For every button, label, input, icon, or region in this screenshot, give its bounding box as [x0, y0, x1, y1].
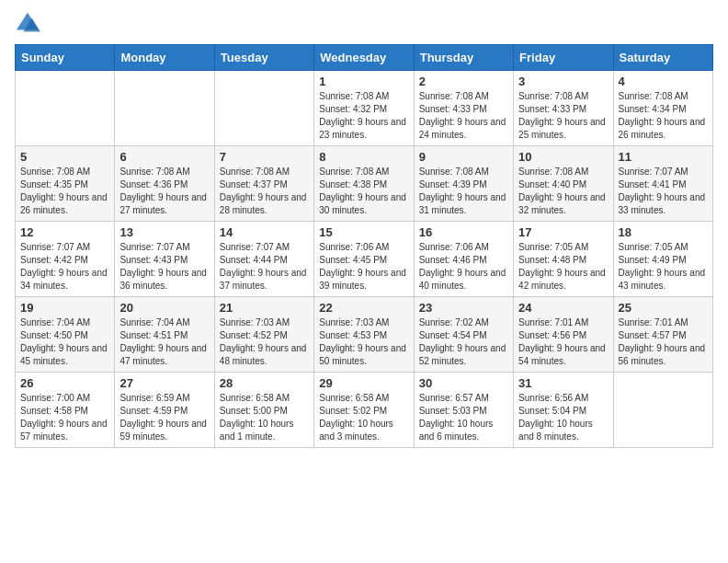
day-info: Sunrise: 7:06 AMSunset: 4:46 PMDaylight:… [419, 241, 508, 293]
calendar-cell: 23Sunrise: 7:02 AMSunset: 4:54 PMDayligh… [414, 297, 513, 373]
calendar-cell [214, 71, 313, 146]
day-number: 6 [119, 150, 209, 164]
day-info: Sunrise: 6:58 AMSunset: 5:00 PMDaylight:… [220, 392, 309, 443]
day-info: Sunrise: 7:07 AMSunset: 4:42 PMDaylight:… [20, 241, 109, 293]
calendar-week-row: 1Sunrise: 7:08 AMSunset: 4:32 PMDaylight… [16, 71, 713, 146]
day-info: Sunrise: 7:08 AMSunset: 4:33 PMDaylight:… [518, 90, 608, 142]
calendar-cell: 8Sunrise: 7:08 AMSunset: 4:38 PMDaylight… [314, 146, 414, 222]
day-number: 1 [319, 75, 408, 88]
day-number: 11 [619, 150, 708, 164]
weekday-header-row: SundayMondayTuesdayWednesdayThursdayFrid… [16, 45, 713, 71]
day-info: Sunrise: 7:00 AMSunset: 4:58 PMDaylight:… [20, 392, 109, 443]
day-number: 25 [619, 301, 708, 315]
calendar-cell: 18Sunrise: 7:05 AMSunset: 4:49 PMDayligh… [613, 222, 712, 297]
calendar-cell: 5Sunrise: 7:08 AMSunset: 4:35 PMDaylight… [16, 146, 115, 222]
calendar-cell: 16Sunrise: 7:06 AMSunset: 4:46 PMDayligh… [414, 222, 513, 297]
day-number: 31 [518, 376, 608, 390]
calendar-cell: 28Sunrise: 6:58 AMSunset: 5:00 PMDayligh… [214, 373, 313, 448]
day-number: 26 [20, 376, 109, 390]
calendar-cell: 6Sunrise: 7:08 AMSunset: 4:36 PMDaylight… [115, 146, 214, 222]
day-info: Sunrise: 7:08 AMSunset: 4:36 PMDaylight:… [119, 166, 209, 217]
weekday-header: Monday [115, 45, 214, 71]
calendar-cell: 4Sunrise: 7:08 AMSunset: 4:34 PMDaylight… [613, 71, 712, 146]
calendar-cell: 2Sunrise: 7:08 AMSunset: 4:33 PMDaylight… [414, 71, 513, 146]
day-info: Sunrise: 7:01 AMSunset: 4:57 PMDaylight:… [619, 316, 708, 368]
day-info: Sunrise: 7:02 AMSunset: 4:54 PMDaylight:… [419, 316, 508, 368]
day-info: Sunrise: 7:04 AMSunset: 4:50 PMDaylight:… [20, 316, 109, 368]
day-info: Sunrise: 7:04 AMSunset: 4:51 PMDaylight:… [119, 316, 209, 368]
header [15, 11, 713, 37]
page: SundayMondayTuesdayWednesdayThursdayFrid… [0, 0, 728, 563]
day-info: Sunrise: 7:08 AMSunset: 4:37 PMDaylight:… [220, 166, 309, 217]
calendar-cell: 10Sunrise: 7:08 AMSunset: 4:40 PMDayligh… [514, 146, 613, 222]
calendar-cell [613, 373, 712, 448]
day-number: 2 [419, 75, 508, 88]
day-info: Sunrise: 7:07 AMSunset: 4:44 PMDaylight:… [220, 241, 309, 293]
day-number: 19 [20, 301, 109, 315]
day-number: 18 [619, 225, 708, 239]
day-number: 16 [419, 225, 508, 239]
weekday-header: Thursday [414, 45, 513, 71]
calendar-cell: 9Sunrise: 7:08 AMSunset: 4:39 PMDaylight… [414, 146, 513, 222]
weekday-header: Sunday [16, 45, 115, 71]
calendar: SundayMondayTuesdayWednesdayThursdayFrid… [15, 44, 713, 448]
weekday-header: Tuesday [214, 45, 313, 71]
calendar-cell: 25Sunrise: 7:01 AMSunset: 4:57 PMDayligh… [613, 297, 712, 373]
calendar-cell: 12Sunrise: 7:07 AMSunset: 4:42 PMDayligh… [16, 222, 115, 297]
calendar-cell: 19Sunrise: 7:04 AMSunset: 4:50 PMDayligh… [16, 297, 115, 373]
calendar-cell: 24Sunrise: 7:01 AMSunset: 4:56 PMDayligh… [514, 297, 613, 373]
day-info: Sunrise: 7:06 AMSunset: 4:45 PMDaylight:… [319, 241, 408, 293]
day-info: Sunrise: 6:59 AMSunset: 4:59 PMDaylight:… [119, 392, 209, 443]
calendar-cell: 1Sunrise: 7:08 AMSunset: 4:32 PMDaylight… [314, 71, 414, 146]
day-info: Sunrise: 7:08 AMSunset: 4:38 PMDaylight:… [319, 166, 408, 217]
calendar-cell: 30Sunrise: 6:57 AMSunset: 5:03 PMDayligh… [414, 373, 513, 448]
calendar-cell: 27Sunrise: 6:59 AMSunset: 4:59 PMDayligh… [115, 373, 214, 448]
day-info: Sunrise: 7:05 AMSunset: 4:49 PMDaylight:… [619, 241, 708, 293]
calendar-week-row: 26Sunrise: 7:00 AMSunset: 4:58 PMDayligh… [16, 373, 713, 448]
calendar-week-row: 19Sunrise: 7:04 AMSunset: 4:50 PMDayligh… [16, 297, 713, 373]
day-number: 28 [220, 376, 309, 390]
day-number: 15 [319, 225, 408, 239]
calendar-cell: 11Sunrise: 7:07 AMSunset: 4:41 PMDayligh… [613, 146, 712, 222]
calendar-cell: 29Sunrise: 6:58 AMSunset: 5:02 PMDayligh… [314, 373, 414, 448]
day-number: 27 [119, 376, 209, 390]
calendar-cell: 15Sunrise: 7:06 AMSunset: 4:45 PMDayligh… [314, 222, 414, 297]
weekday-header: Friday [514, 45, 613, 71]
calendar-cell: 31Sunrise: 6:56 AMSunset: 5:04 PMDayligh… [514, 373, 613, 448]
calendar-cell: 26Sunrise: 7:00 AMSunset: 4:58 PMDayligh… [16, 373, 115, 448]
day-number: 9 [419, 150, 508, 164]
day-info: Sunrise: 7:07 AMSunset: 4:43 PMDaylight:… [119, 241, 209, 293]
calendar-cell: 22Sunrise: 7:03 AMSunset: 4:53 PMDayligh… [314, 297, 414, 373]
day-number: 30 [419, 376, 508, 390]
day-info: Sunrise: 7:03 AMSunset: 4:53 PMDaylight:… [319, 316, 408, 368]
weekday-header: Saturday [613, 45, 712, 71]
calendar-cell: 13Sunrise: 7:07 AMSunset: 4:43 PMDayligh… [115, 222, 214, 297]
day-number: 13 [119, 225, 209, 239]
day-number: 29 [319, 376, 408, 390]
calendar-cell [16, 71, 115, 146]
day-info: Sunrise: 6:57 AMSunset: 5:03 PMDaylight:… [419, 392, 508, 443]
day-info: Sunrise: 6:58 AMSunset: 5:02 PMDaylight:… [319, 392, 408, 443]
day-info: Sunrise: 7:07 AMSunset: 4:41 PMDaylight:… [619, 166, 708, 217]
day-number: 14 [220, 225, 309, 239]
logo [15, 11, 44, 37]
day-info: Sunrise: 7:08 AMSunset: 4:40 PMDaylight:… [518, 166, 608, 217]
calendar-week-row: 12Sunrise: 7:07 AMSunset: 4:42 PMDayligh… [16, 222, 713, 297]
day-number: 23 [419, 301, 508, 315]
day-number: 8 [319, 150, 408, 164]
day-number: 4 [619, 75, 708, 88]
day-info: Sunrise: 6:56 AMSunset: 5:04 PMDaylight:… [518, 392, 608, 443]
day-number: 10 [518, 150, 608, 164]
day-number: 17 [518, 225, 608, 239]
logo-icon [15, 11, 40, 37]
day-number: 5 [20, 150, 109, 164]
day-info: Sunrise: 7:03 AMSunset: 4:52 PMDaylight:… [220, 316, 309, 368]
calendar-cell [115, 71, 214, 146]
calendar-cell: 14Sunrise: 7:07 AMSunset: 4:44 PMDayligh… [214, 222, 313, 297]
day-info: Sunrise: 7:08 AMSunset: 4:33 PMDaylight:… [419, 90, 508, 142]
day-number: 21 [220, 301, 309, 315]
day-info: Sunrise: 7:01 AMSunset: 4:56 PMDaylight:… [518, 316, 608, 368]
day-info: Sunrise: 7:08 AMSunset: 4:32 PMDaylight:… [319, 90, 408, 142]
day-number: 20 [119, 301, 209, 315]
calendar-cell: 17Sunrise: 7:05 AMSunset: 4:48 PMDayligh… [514, 222, 613, 297]
